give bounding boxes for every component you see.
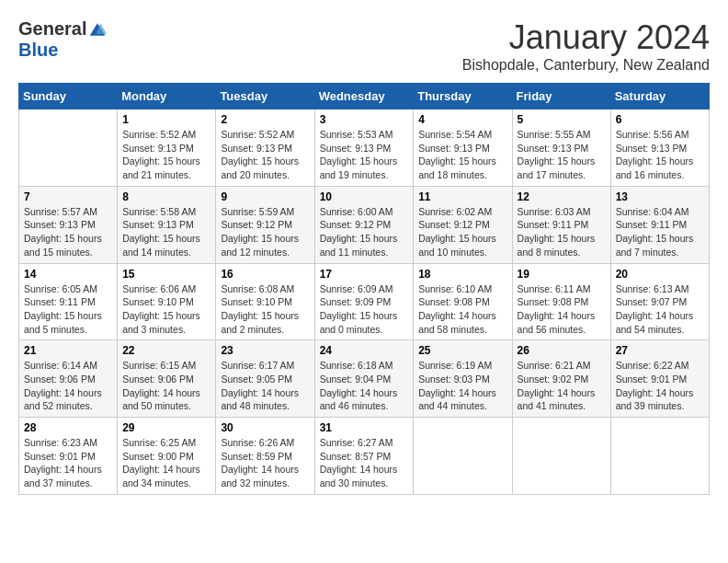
day-info: Sunrise: 6:19 AM Sunset: 9:03 PM Dayligh… <box>418 359 506 413</box>
month-title: January 2024 <box>462 18 710 57</box>
calendar-cell: 9Sunrise: 5:59 AM Sunset: 9:12 PM Daylig… <box>216 186 314 263</box>
page-header: General Blue January 2024 Bishopdale, Ca… <box>18 18 710 74</box>
calendar-day-header: Tuesday <box>216 84 314 109</box>
day-number: 5 <box>518 113 606 126</box>
day-info: Sunrise: 6:03 AM Sunset: 9:11 PM Dayligh… <box>518 205 606 259</box>
day-number: 24 <box>320 344 409 357</box>
day-info: Sunrise: 6:02 AM Sunset: 9:12 PM Dayligh… <box>418 205 506 259</box>
calendar-week-row: 1Sunrise: 5:52 AM Sunset: 9:13 PM Daylig… <box>19 109 710 187</box>
day-number: 2 <box>221 113 309 126</box>
day-number: 11 <box>418 190 506 203</box>
day-number: 28 <box>24 421 112 434</box>
day-info: Sunrise: 6:22 AM Sunset: 9:01 PM Dayligh… <box>616 359 704 413</box>
logo: General Blue <box>18 18 107 61</box>
calendar-cell <box>512 418 610 495</box>
day-info: Sunrise: 6:11 AM Sunset: 9:08 PM Dayligh… <box>518 282 606 337</box>
logo-general: General <box>18 18 86 40</box>
calendar-cell: 7Sunrise: 5:57 AM Sunset: 9:13 PM Daylig… <box>19 186 118 263</box>
calendar-cell: 11Sunrise: 6:02 AM Sunset: 9:12 PM Dayli… <box>414 186 512 263</box>
calendar-cell: 28Sunrise: 6:23 AM Sunset: 9:01 PM Dayli… <box>19 418 118 495</box>
day-number: 25 <box>418 344 506 357</box>
day-number: 14 <box>24 268 112 281</box>
calendar-cell: 25Sunrise: 6:19 AM Sunset: 9:03 PM Dayli… <box>414 340 512 418</box>
day-info: Sunrise: 6:14 AM Sunset: 9:06 PM Dayligh… <box>24 359 112 413</box>
calendar-cell <box>414 418 512 495</box>
calendar-cell: 23Sunrise: 6:17 AM Sunset: 9:05 PM Dayli… <box>216 340 314 418</box>
day-info: Sunrise: 6:05 AM Sunset: 9:11 PM Dayligh… <box>24 282 112 337</box>
day-number: 13 <box>616 190 704 203</box>
calendar-cell: 18Sunrise: 6:10 AM Sunset: 9:08 PM Dayli… <box>414 263 512 340</box>
day-number: 23 <box>221 344 309 357</box>
calendar-cell: 14Sunrise: 6:05 AM Sunset: 9:11 PM Dayli… <box>19 263 118 340</box>
day-number: 22 <box>122 344 210 357</box>
day-number: 4 <box>418 113 506 126</box>
calendar-cell: 30Sunrise: 6:26 AM Sunset: 8:59 PM Dayli… <box>216 418 314 495</box>
day-info: Sunrise: 6:06 AM Sunset: 9:10 PM Dayligh… <box>122 282 210 337</box>
calendar-cell: 21Sunrise: 6:14 AM Sunset: 9:06 PM Dayli… <box>19 340 118 418</box>
day-info: Sunrise: 5:52 AM Sunset: 9:13 PM Dayligh… <box>221 128 309 182</box>
calendar-cell: 26Sunrise: 6:21 AM Sunset: 9:02 PM Dayli… <box>512 340 610 418</box>
title-block: January 2024 Bishopdale, Canterbury, New… <box>462 18 710 74</box>
calendar-cell: 27Sunrise: 6:22 AM Sunset: 9:01 PM Dayli… <box>610 340 709 418</box>
day-number: 1 <box>122 113 210 126</box>
calendar-cell: 12Sunrise: 6:03 AM Sunset: 9:11 PM Dayli… <box>512 186 610 263</box>
day-number: 18 <box>418 268 506 281</box>
day-number: 9 <box>221 190 309 203</box>
day-info: Sunrise: 6:21 AM Sunset: 9:02 PM Dayligh… <box>518 359 606 413</box>
day-info: Sunrise: 6:13 AM Sunset: 9:07 PM Dayligh… <box>616 282 704 337</box>
calendar-cell <box>610 418 709 495</box>
calendar-cell: 13Sunrise: 6:04 AM Sunset: 9:11 PM Dayli… <box>610 186 709 263</box>
calendar-cell: 5Sunrise: 5:55 AM Sunset: 9:13 PM Daylig… <box>512 109 610 187</box>
calendar-day-header: Thursday <box>414 84 512 109</box>
day-info: Sunrise: 6:23 AM Sunset: 9:01 PM Dayligh… <box>24 436 112 490</box>
calendar-cell: 24Sunrise: 6:18 AM Sunset: 9:04 PM Dayli… <box>314 340 414 418</box>
day-info: Sunrise: 5:58 AM Sunset: 9:13 PM Dayligh… <box>122 205 210 259</box>
day-number: 16 <box>221 268 309 281</box>
calendar-cell: 16Sunrise: 6:08 AM Sunset: 9:10 PM Dayli… <box>216 263 314 340</box>
calendar-cell: 17Sunrise: 6:09 AM Sunset: 9:09 PM Dayli… <box>314 263 414 340</box>
day-info: Sunrise: 5:52 AM Sunset: 9:13 PM Dayligh… <box>122 128 210 182</box>
day-number: 21 <box>24 344 112 357</box>
day-number: 3 <box>320 113 409 126</box>
day-info: Sunrise: 5:54 AM Sunset: 9:13 PM Dayligh… <box>418 128 506 182</box>
day-info: Sunrise: 6:27 AM Sunset: 8:57 PM Dayligh… <box>320 436 409 490</box>
day-info: Sunrise: 6:15 AM Sunset: 9:06 PM Dayligh… <box>122 359 210 413</box>
day-number: 17 <box>320 268 409 281</box>
calendar-week-row: 21Sunrise: 6:14 AM Sunset: 9:06 PM Dayli… <box>19 340 710 418</box>
location: Bishopdale, Canterbury, New Zealand <box>462 57 710 74</box>
day-info: Sunrise: 5:53 AM Sunset: 9:13 PM Dayligh… <box>320 128 409 182</box>
calendar-cell <box>19 109 118 187</box>
calendar-week-row: 28Sunrise: 6:23 AM Sunset: 9:01 PM Dayli… <box>19 418 710 495</box>
calendar-cell: 4Sunrise: 5:54 AM Sunset: 9:13 PM Daylig… <box>414 109 512 187</box>
calendar-cell: 15Sunrise: 6:06 AM Sunset: 9:10 PM Dayli… <box>118 263 216 340</box>
day-info: Sunrise: 6:26 AM Sunset: 8:59 PM Dayligh… <box>221 436 309 490</box>
calendar-day-header: Wednesday <box>314 84 414 109</box>
calendar-cell: 8Sunrise: 5:58 AM Sunset: 9:13 PM Daylig… <box>118 186 216 263</box>
calendar-header-row: SundayMondayTuesdayWednesdayThursdayFrid… <box>19 84 710 109</box>
day-info: Sunrise: 5:55 AM Sunset: 9:13 PM Dayligh… <box>518 128 606 182</box>
day-info: Sunrise: 6:08 AM Sunset: 9:10 PM Dayligh… <box>221 282 309 337</box>
calendar-cell: 31Sunrise: 6:27 AM Sunset: 8:57 PM Dayli… <box>314 418 414 495</box>
calendar-cell: 6Sunrise: 5:56 AM Sunset: 9:13 PM Daylig… <box>610 109 709 187</box>
calendar-cell: 10Sunrise: 6:00 AM Sunset: 9:12 PM Dayli… <box>314 186 414 263</box>
calendar-cell: 19Sunrise: 6:11 AM Sunset: 9:08 PM Dayli… <box>512 263 610 340</box>
day-number: 27 <box>616 344 704 357</box>
day-number: 15 <box>122 268 210 281</box>
day-info: Sunrise: 6:10 AM Sunset: 9:08 PM Dayligh… <box>418 282 506 337</box>
day-info: Sunrise: 6:18 AM Sunset: 9:04 PM Dayligh… <box>320 359 409 413</box>
day-number: 12 <box>518 190 606 203</box>
day-number: 6 <box>616 113 704 126</box>
day-number: 31 <box>320 421 409 434</box>
calendar-week-row: 14Sunrise: 6:05 AM Sunset: 9:11 PM Dayli… <box>19 263 710 340</box>
day-info: Sunrise: 6:17 AM Sunset: 9:05 PM Dayligh… <box>221 359 309 413</box>
day-info: Sunrise: 6:09 AM Sunset: 9:09 PM Dayligh… <box>320 282 409 337</box>
calendar-cell: 22Sunrise: 6:15 AM Sunset: 9:06 PM Dayli… <box>118 340 216 418</box>
day-number: 29 <box>122 421 210 434</box>
calendar-cell: 2Sunrise: 5:52 AM Sunset: 9:13 PM Daylig… <box>216 109 314 187</box>
calendar-week-row: 7Sunrise: 5:57 AM Sunset: 9:13 PM Daylig… <box>19 186 710 263</box>
day-info: Sunrise: 6:04 AM Sunset: 9:11 PM Dayligh… <box>616 205 704 259</box>
day-info: Sunrise: 6:00 AM Sunset: 9:12 PM Dayligh… <box>320 205 409 259</box>
calendar-cell: 1Sunrise: 5:52 AM Sunset: 9:13 PM Daylig… <box>118 109 216 187</box>
calendar-table: SundayMondayTuesdayWednesdayThursdayFrid… <box>18 83 710 495</box>
day-number: 20 <box>616 268 704 281</box>
